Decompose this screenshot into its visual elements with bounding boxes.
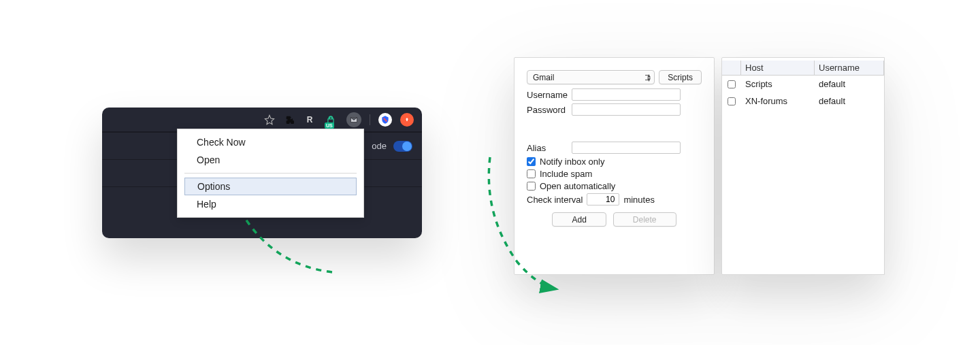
- star-icon[interactable]: [263, 114, 276, 126]
- menu-item-options[interactable]: Options: [184, 178, 357, 195]
- username-label: Username: [527, 90, 568, 100]
- vpn-region-badge: US: [325, 122, 334, 129]
- toolbar-separator: [370, 114, 370, 125]
- col-host: Host: [741, 61, 815, 75]
- table-row[interactable]: Scripts default: [722, 76, 884, 93]
- notify-inbox-only-label: Notify inbox only: [540, 157, 604, 167]
- password-label: Password: [527, 105, 568, 115]
- delete-button[interactable]: Delete: [613, 212, 676, 227]
- password-field[interactable]: [572, 103, 681, 116]
- row-checkbox[interactable]: [728, 97, 736, 105]
- scripts-button[interactable]: Scripts: [659, 70, 702, 84]
- provider-select-value: Gmail: [533, 73, 554, 82]
- check-interval-field[interactable]: [587, 193, 619, 206]
- check-interval-label: Check interval: [527, 195, 583, 205]
- row-host: Scripts: [741, 79, 815, 89]
- open-auto-checkbox[interactable]: [527, 182, 536, 191]
- accounts-table-panel: Host Username Scripts default XN-forums …: [721, 57, 885, 275]
- add-button[interactable]: Add: [552, 212, 606, 227]
- mode-label-fragment: ode: [372, 141, 387, 151]
- row-username: default: [815, 79, 884, 89]
- menu-item-help[interactable]: Help: [178, 195, 363, 213]
- extension-r-icon[interactable]: R: [304, 115, 315, 125]
- row-checkbox[interactable]: [728, 80, 736, 88]
- row-host: XN-forums: [741, 96, 815, 106]
- include-spam-checkbox[interactable]: [527, 169, 536, 178]
- col-username: Username: [815, 61, 884, 75]
- minutes-label: minutes: [623, 195, 655, 205]
- account-form-panel: Gmail ▴▾ Scripts Username Password Alias…: [514, 57, 715, 275]
- include-spam-label: Include spam: [540, 169, 592, 179]
- alias-label: Alias: [527, 143, 568, 153]
- options-window: Gmail ▴▾ Scripts Username Password Alias…: [514, 57, 885, 275]
- menu-divider: [184, 173, 357, 174]
- col-checkbox: [722, 61, 741, 75]
- menu-item-open[interactable]: Open: [178, 151, 363, 169]
- adblock-extension-icon[interactable]: [378, 113, 392, 127]
- row-username: default: [815, 96, 884, 106]
- notify-inbox-only-checkbox[interactable]: [527, 157, 536, 166]
- dark-mode-toggle[interactable]: [393, 141, 412, 152]
- extension-popup-menu: Check Now Open Options Help: [177, 129, 364, 218]
- update-extension-icon[interactable]: [400, 113, 414, 127]
- accounts-table-header: Host Username: [722, 61, 884, 76]
- table-row[interactable]: XN-forums default: [722, 93, 884, 110]
- provider-select[interactable]: Gmail ▴▾: [527, 70, 655, 84]
- extensions-puzzle-icon[interactable]: [284, 114, 296, 126]
- alias-field[interactable]: [572, 142, 681, 154]
- menu-item-check-now[interactable]: Check Now: [178, 133, 363, 151]
- vpn-lock-icon[interactable]: US: [323, 112, 338, 127]
- username-field[interactable]: [572, 88, 681, 101]
- open-auto-label: Open automatically: [540, 181, 615, 191]
- mail-extension-icon[interactable]: [346, 112, 361, 127]
